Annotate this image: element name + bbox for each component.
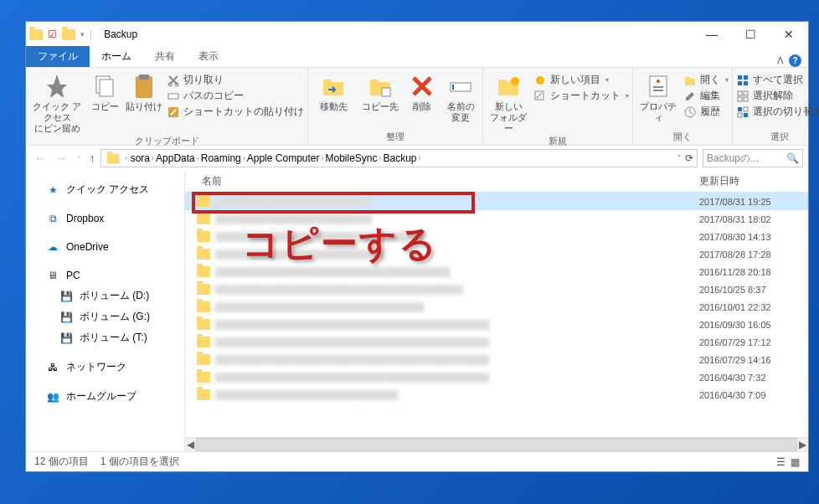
row-date: 2016/07/29 14:16 <box>699 355 808 365</box>
nav-volume-t[interactable]: 💾ボリューム (T:) <box>26 327 184 348</box>
checkbox-icon[interactable]: ☑ <box>48 28 57 40</box>
close-button[interactable]: ✕ <box>770 22 808 47</box>
copy-button[interactable]: コピー <box>88 69 121 112</box>
breadcrumb-item[interactable]: Apple Computer <box>245 152 322 164</box>
up-button[interactable]: ↑ <box>90 152 95 165</box>
edit-button[interactable]: 編集 <box>683 89 729 103</box>
nav-onedrive[interactable]: ☁OneDrive <box>26 237 184 257</box>
svg-point-15 <box>657 80 660 83</box>
address-bar: ← → ˅ ↑ › sora›AppData›Roaming›Apple Com… <box>26 146 808 171</box>
svg-rect-26 <box>744 97 748 101</box>
search-placeholder: Backupの... <box>707 152 759 166</box>
minimize-button[interactable]: — <box>693 22 731 47</box>
nav-volume-g[interactable]: 💾ボリューム (G:) <box>26 306 184 327</box>
copy-path-button[interactable]: パスのコピー <box>167 89 304 103</box>
search-box[interactable]: Backupの... 🔍 <box>703 149 803 167</box>
nav-network[interactable]: 🖧ネットワーク <box>26 357 184 378</box>
back-button[interactable]: ← <box>31 152 49 165</box>
pin-icon <box>44 73 70 100</box>
svg-rect-24 <box>744 91 748 95</box>
qat-dropdown-icon[interactable]: ▾ <box>80 30 85 39</box>
breadcrumb-item[interactable]: Roaming <box>199 152 243 164</box>
svg-rect-29 <box>738 113 742 117</box>
breadcrumb-item[interactable]: Backup <box>382 152 419 164</box>
row-name: ████████████████████████████████████████… <box>215 337 699 347</box>
breadcrumb-item[interactable]: AppData <box>154 152 197 164</box>
svg-rect-30 <box>744 113 748 117</box>
address-box[interactable]: › sora›AppData›Roaming›Apple Computer›Mo… <box>100 149 698 167</box>
open-icon <box>683 74 697 87</box>
folder-row[interactable]: ████████████████████████████████2016/10/… <box>185 298 808 316</box>
maximize-button[interactable]: ☐ <box>731 22 770 47</box>
select-all-button[interactable]: すべて選択 <box>736 73 819 87</box>
folder-row[interactable]: ██████████████████████████████████████20… <box>185 280 808 298</box>
star-icon: ★ <box>46 183 59 197</box>
forward-button[interactable]: → <box>52 152 70 165</box>
copy-to-button[interactable]: コピー先 <box>358 69 402 112</box>
svg-point-11 <box>511 77 519 85</box>
row-name: ████████████████████████████████████████… <box>215 373 699 383</box>
select-none-button[interactable]: 選択解除 <box>736 89 819 103</box>
row-date: 2016/10/01 22:32 <box>699 302 808 312</box>
refresh-icon[interactable]: ⟳ <box>685 152 693 164</box>
cut-icon <box>167 74 180 87</box>
paste-button[interactable]: 貼り付け <box>125 69 163 112</box>
nav-pane: ★クイック アクセス ⧉Dropbox ☁OneDrive 🖥PC 💾ボリューム… <box>26 171 185 451</box>
dropdown-icon[interactable]: ˅ <box>677 154 682 162</box>
cut-button[interactable]: 切り取り <box>167 73 304 87</box>
scroll-left-icon[interactable]: ◀ <box>187 439 194 450</box>
folder-icon <box>106 153 118 163</box>
nav-pc[interactable]: 🖥PC <box>26 265 184 285</box>
tab-home[interactable]: ホーム <box>90 46 143 67</box>
scroll-right-icon[interactable]: ▶ <box>799 439 806 450</box>
collapse-ribbon-icon[interactable]: ᐱ <box>777 55 784 66</box>
open-button[interactable]: 開く▾ <box>683 73 729 87</box>
column-date[interactable]: 更新日時 <box>699 174 808 188</box>
move-to-button[interactable]: 移動先 <box>312 69 355 112</box>
breadcrumb-item[interactable]: MobileSync <box>323 152 379 164</box>
breadcrumb-item[interactable]: sora <box>129 152 152 164</box>
shortcut-icon <box>167 105 180 119</box>
folder-icon <box>62 29 75 40</box>
details-view-icon[interactable]: ☰ <box>776 456 786 468</box>
paste-shortcut-button[interactable]: ショートカットの貼り付け <box>167 105 304 119</box>
svg-rect-3 <box>139 75 149 80</box>
pc-icon: 🖥 <box>46 269 59 282</box>
explorer-window: ☑ ▾ | Backup — ☐ ✕ ファイル ホーム 共有 表示 ᐱ ? クイ… <box>25 21 809 472</box>
recent-button[interactable]: ˅ <box>74 155 85 164</box>
drive-icon: 💾 <box>59 290 73 303</box>
h-scrollbar[interactable]: ◀ ▶ <box>185 437 808 451</box>
shortcut-button[interactable]: ショートカット▾ <box>533 89 629 103</box>
nav-volume-d[interactable]: 💾ボリューム (D:) <box>26 285 184 306</box>
column-name[interactable]: 名前 <box>185 174 699 188</box>
folder-row[interactable]: ████████████████████████████████████████… <box>185 368 808 386</box>
chevron-right-icon[interactable]: › <box>419 154 421 162</box>
invert-icon <box>736 105 749 119</box>
folder-row[interactable]: ████████████████████████████████████████… <box>185 333 808 351</box>
nav-dropbox[interactable]: ⧉Dropbox <box>26 208 184 229</box>
properties-button[interactable]: プロパティ <box>636 69 680 123</box>
delete-button[interactable]: 削除 <box>405 69 439 112</box>
thumbnails-view-icon[interactable]: ▦ <box>791 456 800 468</box>
folder-row[interactable]: ████████████████████████████2016/04/30 7… <box>185 386 808 404</box>
chevron-right-icon[interactable]: › <box>125 154 127 162</box>
folder-row[interactable]: ████████████████████████████████████████… <box>185 316 808 333</box>
search-icon: 🔍 <box>786 152 799 164</box>
new-item-button[interactable]: 新しい項目▾ <box>533 73 629 87</box>
pin-quick-access-button[interactable]: クイック アクセス にピン留め <box>29 69 85 135</box>
folder-copy-icon <box>367 73 394 100</box>
tab-view[interactable]: 表示 <box>187 46 230 67</box>
row-date: 2017/08/31 19:25 <box>699 197 808 207</box>
tab-share[interactable]: 共有 <box>143 46 187 67</box>
tab-file[interactable]: ファイル <box>26 46 90 67</box>
nav-quick-access[interactable]: ★クイック アクセス <box>26 179 184 200</box>
new-folder-button[interactable]: 新しい フォルダー <box>487 69 530 135</box>
help-icon[interactable]: ? <box>789 54 801 67</box>
drive-icon: 💾 <box>59 332 73 345</box>
nav-homegroup[interactable]: 👥ホームグループ <box>26 386 184 407</box>
history-button[interactable]: 履歴 <box>683 105 729 119</box>
rename-button[interactable]: 名前の 変更 <box>442 69 479 123</box>
row-name: ████████████████████████████████████████… <box>215 355 699 365</box>
folder-row[interactable]: ████████████████████████████████████████… <box>185 351 808 368</box>
invert-selection-button[interactable]: 選択の切り替え <box>736 105 819 119</box>
